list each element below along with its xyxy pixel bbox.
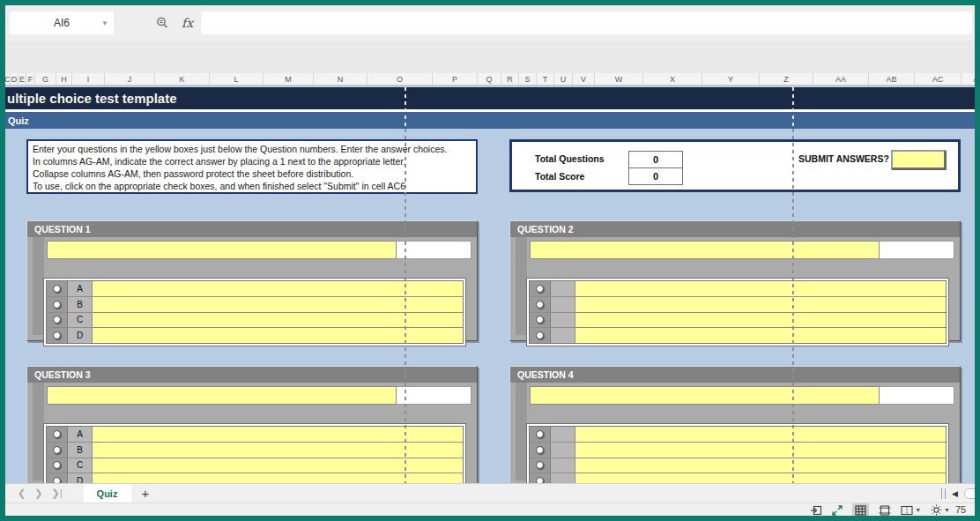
- column-header[interactable]: D: [11, 73, 19, 86]
- question-2-side-cell[interactable]: [880, 241, 954, 259]
- answer-field[interactable]: [93, 281, 463, 296]
- page-layout-view-button[interactable]: [879, 503, 891, 516]
- formula-input[interactable]: [201, 11, 972, 34]
- column-header[interactable]: I: [72, 73, 105, 86]
- radio-cell[interactable]: [47, 297, 68, 312]
- radio-button-icon[interactable]: [536, 301, 544, 309]
- radio-cell[interactable]: [47, 443, 68, 458]
- radio-cell[interactable]: [530, 328, 551, 343]
- last-sheet-icon[interactable]: ❯|: [51, 488, 62, 499]
- column-header[interactable]: F: [26, 73, 35, 86]
- radio-button-icon[interactable]: [536, 461, 544, 469]
- radio-button-icon[interactable]: [53, 285, 61, 293]
- column-header[interactable]: L: [210, 73, 264, 86]
- column-header[interactable]: P: [433, 73, 478, 86]
- answer-field[interactable]: [93, 328, 463, 343]
- question-4-side-cell[interactable]: [880, 386, 954, 405]
- radio-cell[interactable]: [47, 328, 68, 343]
- answer-field[interactable]: [575, 313, 946, 328]
- column-header[interactable]: R: [501, 73, 519, 86]
- answer-field[interactable]: [575, 458, 946, 473]
- question-3-input[interactable]: [47, 386, 397, 405]
- radio-button-icon[interactable]: [53, 446, 61, 454]
- normal-view-button[interactable]: [852, 503, 869, 516]
- radio-cell[interactable]: [47, 281, 68, 296]
- answer-field[interactable]: [93, 458, 463, 473]
- fullscreen-icon[interactable]: [832, 503, 843, 516]
- next-sheet-icon[interactable]: ❯: [34, 488, 42, 499]
- answer-field[interactable]: [93, 297, 463, 312]
- radio-button-icon[interactable]: [53, 316, 61, 324]
- column-header[interactable]: T: [537, 73, 554, 86]
- column-header[interactable]: J: [105, 73, 155, 86]
- page-break-preview-button[interactable]: ▼: [901, 503, 921, 516]
- horizontal-scrollbar-thumb[interactable]: [964, 488, 975, 499]
- column-header[interactable]: O: [368, 73, 433, 86]
- tab-quiz[interactable]: Quiz: [84, 484, 131, 503]
- radio-cell[interactable]: [530, 473, 551, 483]
- column-header[interactable]: M: [264, 73, 314, 86]
- scroll-left-icon[interactable]: ◀: [952, 489, 958, 498]
- question-4-input[interactable]: [530, 386, 880, 405]
- radio-cell[interactable]: [47, 313, 68, 328]
- question-1-side-cell[interactable]: [397, 241, 471, 259]
- radio-cell[interactable]: [47, 473, 68, 483]
- column-header[interactable]: Y: [702, 73, 760, 86]
- prev-sheet-icon[interactable]: ❮: [18, 488, 26, 499]
- question-2-input[interactable]: [530, 241, 880, 259]
- column-header[interactable]: V: [573, 73, 595, 86]
- column-header[interactable]: AD: [961, 73, 975, 86]
- radio-cell[interactable]: [530, 443, 551, 458]
- answer-field[interactable]: [575, 473, 946, 483]
- search-icon[interactable]: [155, 16, 169, 30]
- radio-cell[interactable]: [530, 313, 551, 328]
- brightness-icon[interactable]: ▼: [931, 503, 950, 516]
- radio-button-icon[interactable]: [53, 430, 61, 438]
- radio-button-icon[interactable]: [536, 477, 544, 483]
- radio-button-icon[interactable]: [53, 477, 61, 483]
- radio-cell[interactable]: [47, 458, 68, 473]
- column-header[interactable]: U: [554, 73, 573, 86]
- radio-button-icon[interactable]: [53, 461, 61, 469]
- tab-splitter-handle[interactable]: [941, 488, 946, 499]
- answer-field[interactable]: [575, 443, 946, 458]
- column-header[interactable]: K: [155, 73, 210, 86]
- radio-button-icon[interactable]: [536, 446, 544, 454]
- name-box[interactable]: AI6 ▼: [10, 11, 114, 34]
- radio-button-icon[interactable]: [53, 331, 61, 339]
- focus-cell-icon[interactable]: [811, 503, 822, 516]
- radio-button-icon[interactable]: [53, 301, 61, 309]
- answer-field[interactable]: [93, 443, 463, 458]
- column-header[interactable]: E: [19, 73, 26, 86]
- column-header[interactable]: N: [314, 73, 368, 86]
- answer-field[interactable]: [575, 297, 946, 312]
- radio-cell[interactable]: [530, 458, 551, 473]
- chevron-down-icon[interactable]: ▼: [101, 19, 108, 27]
- column-header[interactable]: Q: [478, 73, 501, 86]
- radio-button-icon[interactable]: [536, 430, 544, 438]
- answer-field[interactable]: [575, 328, 946, 343]
- answer-field[interactable]: [575, 427, 946, 442]
- radio-cell[interactable]: [47, 427, 68, 442]
- radio-button-icon[interactable]: [536, 285, 544, 293]
- column-header[interactable]: H: [56, 73, 72, 86]
- answer-field[interactable]: [93, 473, 463, 483]
- radio-cell[interactable]: [530, 297, 551, 312]
- answer-field[interactable]: [93, 313, 463, 328]
- radio-button-icon[interactable]: [536, 331, 544, 339]
- column-header[interactable]: Z: [760, 73, 813, 86]
- column-header[interactable]: AA: [813, 73, 869, 86]
- column-header[interactable]: X: [643, 73, 702, 86]
- radio-cell[interactable]: [530, 427, 551, 442]
- add-sheet-button[interactable]: +: [142, 486, 150, 501]
- answer-field[interactable]: [575, 281, 946, 296]
- column-header[interactable]: W: [595, 73, 643, 86]
- sheet-canvas[interactable]: ultiple choice test template Quiz Enter …: [5, 86, 975, 483]
- column-header[interactable]: S: [519, 73, 537, 86]
- answer-field[interactable]: [93, 427, 463, 442]
- submit-answers-input[interactable]: [891, 150, 946, 169]
- column-header[interactable]: G: [35, 73, 56, 86]
- zoom-level[interactable]: 75: [955, 504, 975, 515]
- radio-button-icon[interactable]: [536, 316, 544, 324]
- question-3-side-cell[interactable]: [397, 386, 471, 405]
